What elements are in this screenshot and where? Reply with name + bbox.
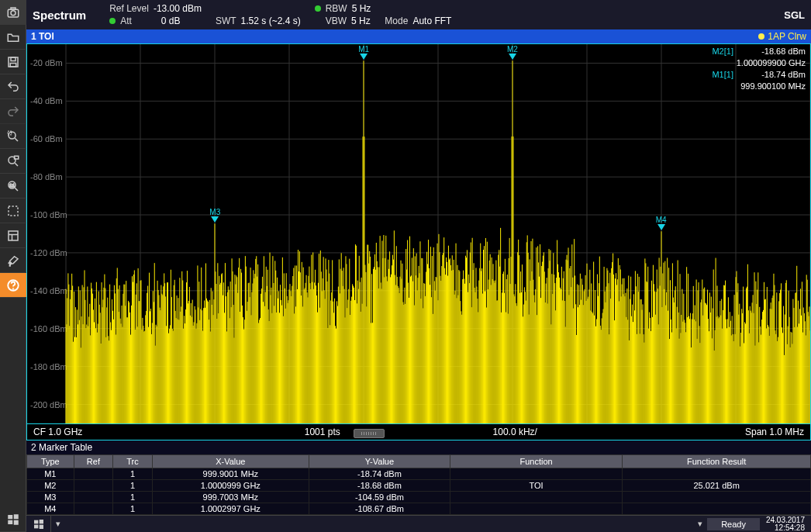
svg-rect-4 — [11, 57, 16, 61]
info-icon[interactable]: ? — [0, 248, 26, 273]
att-label: Att — [120, 16, 132, 26]
att-value[interactable]: 0 dB — [161, 16, 181, 26]
undo-icon[interactable] — [0, 74, 26, 99]
table-header: Type — [27, 455, 74, 468]
table-row[interactable]: M11999.9001 MHz-18.74 dBm — [27, 468, 811, 480]
swt-label: SWT — [216, 16, 236, 26]
header: Spectrum Ref Level -13.00 dBm Att 0 dB S… — [26, 0, 811, 29]
rbw-value[interactable]: 5 Hz — [352, 3, 371, 14]
marker-table: TypeRefTrcX-ValueY-ValueFunctionFunction… — [26, 454, 811, 515]
svg-rect-24 — [39, 524, 43, 528]
svg-rect-5 — [10, 63, 16, 67]
table-header: X-Value — [152, 455, 309, 468]
redo-icon[interactable] — [0, 99, 26, 124]
rbw-status-dot — [315, 5, 321, 12]
table-header: Function Result — [623, 455, 811, 468]
save-icon[interactable] — [0, 50, 26, 74]
help-icon[interactable] — [0, 273, 26, 298]
ref-level-label: Ref Level — [109, 3, 149, 14]
svg-text:1:1: 1:1 — [10, 183, 16, 187]
svg-rect-18 — [14, 514, 19, 519]
swt-value[interactable]: 1.52 s (~2.4 s) — [241, 16, 301, 26]
rbw-label: RBW — [326, 3, 347, 14]
mode-value[interactable]: Auto FFT — [412, 16, 451, 26]
pts-label: 1001 pts — [305, 427, 340, 437]
vbw-label: VBW — [326, 16, 347, 26]
att-status-dot — [109, 18, 116, 24]
svg-rect-20 — [14, 520, 19, 524]
status-datetime: 24.03.2017 12:54:28 — [760, 516, 811, 532]
marker-readout: M2[1] -18.68 dBm 1.000099900 GHz M1[1] -… — [701, 46, 806, 92]
vbw-value[interactable]: 5 Hz — [351, 16, 371, 26]
main: Spectrum Ref Level -13.00 dBm Att 0 dB S… — [26, 0, 811, 532]
open-icon[interactable] — [0, 25, 26, 50]
plot-footer: CF 1.0 GHz 1001 pts 100.0 kHz/ Span 1.0 … — [26, 424, 811, 440]
marker-table-title: 2 Marker Table — [26, 440, 811, 454]
svg-text:?: ? — [9, 261, 12, 266]
status-ready: Ready — [707, 518, 760, 530]
svg-rect-17 — [8, 515, 12, 519]
svg-rect-23 — [34, 524, 38, 528]
table-row[interactable]: M31999.7003 MHz-104.59 dBm — [27, 492, 811, 503]
windows-icon[interactable] — [0, 507, 26, 532]
table-header: Trc — [113, 455, 153, 468]
zoom-window-icon[interactable] — [0, 149, 26, 174]
cf-label[interactable]: CF 1.0 GHz — [33, 427, 226, 437]
spectrum-plot[interactable]: M2[1] -18.68 dBm 1.000099900 GHz M1[1] -… — [26, 43, 811, 424]
trace-bar: 1 TOI 1AP Clrw — [26, 29, 811, 43]
statusbar: ▾ ▾ Ready 24.03.2017 12:54:28 — [26, 515, 811, 532]
zoom-1to1-icon[interactable]: 1:1 — [0, 174, 26, 199]
mode-label: Mode — [385, 16, 408, 26]
camera-icon[interactable] — [0, 0, 26, 25]
table-header: Ref — [74, 455, 113, 468]
table-row[interactable]: M411.0002997 GHz-108.67 dBm — [27, 503, 811, 515]
svg-rect-13 — [9, 231, 18, 240]
span-label[interactable]: Span 1.0 MHz — [612, 427, 805, 437]
svg-rect-2 — [11, 8, 16, 9]
per-div-label[interactable]: 100.0 kHz/ — [419, 427, 612, 437]
ref-level-value[interactable]: -13.00 dBm — [154, 3, 202, 14]
svg-rect-19 — [8, 520, 12, 523]
table-header: Function — [450, 455, 622, 468]
sidebar: 1:1 ? — [0, 0, 26, 532]
sgl-indicator: SGL — [784, 9, 805, 21]
statusbar-arrow-left[interactable]: ▾ — [51, 519, 65, 529]
fullscreen-icon[interactable] — [0, 199, 26, 223]
svg-rect-22 — [39, 520, 43, 523]
table-row[interactable]: M211.0000999 GHz-18.68 dBmTOI25.021 dBm — [27, 480, 811, 492]
layout-icon[interactable] — [0, 223, 26, 248]
trace-dot-icon — [758, 33, 764, 40]
trace-mode: 1AP Clrw — [758, 31, 806, 42]
scroll-thumb[interactable] — [354, 429, 385, 438]
plot-canvas[interactable] — [27, 44, 810, 423]
statusbar-arrow-right[interactable]: ▾ — [693, 519, 707, 529]
svg-point-16 — [13, 288, 14, 289]
zoom-area-icon[interactable] — [0, 124, 26, 149]
table-header: Y-Value — [309, 455, 450, 468]
start-icon[interactable] — [26, 516, 51, 533]
svg-point-1 — [11, 10, 16, 15]
trace-label: 1 TOI — [31, 31, 54, 42]
svg-rect-21 — [34, 520, 38, 523]
app-title: Spectrum — [33, 9, 86, 22]
svg-rect-12 — [9, 206, 18, 216]
